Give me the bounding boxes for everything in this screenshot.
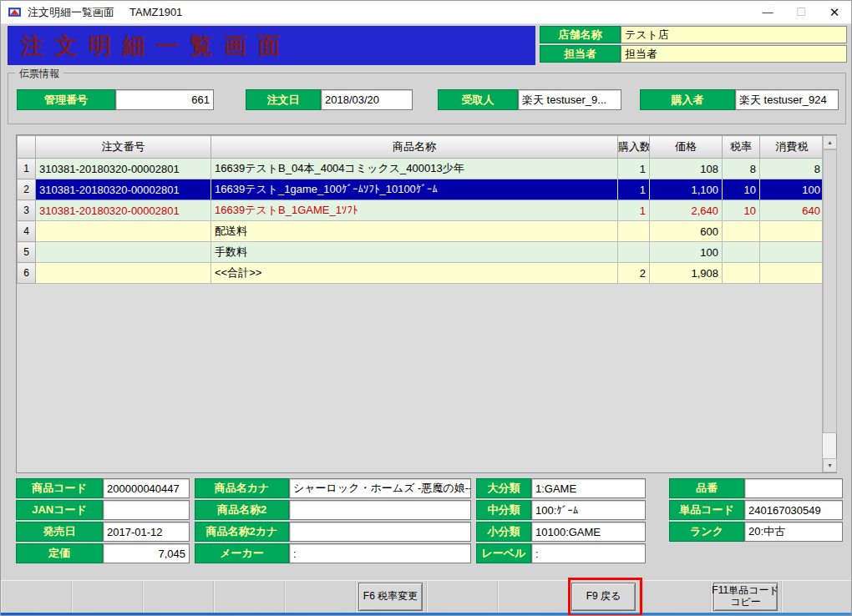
window-title: 注文明細一覧画面 (28, 5, 114, 20)
function-key-bar: F6 税率変更 F9 戻る F11単品コード コピー (1, 580, 852, 614)
category-large-field[interactable]: 1:GAME (531, 478, 646, 498)
cell-item-name: <<合計>> (211, 263, 618, 284)
store-name-field[interactable]: テスト店 (621, 26, 847, 43)
row-number: 1 (18, 159, 36, 179)
grid-row-1[interactable]: 1 310381-20180320-00002801 16639テストB_04本… (18, 159, 824, 179)
grid-header-row: 注文番号 商品名称 購入数 価格 税率 消費税 (18, 136, 824, 159)
col-header-tax-rate: 税率 (723, 136, 760, 159)
col-header-tax: 消費税 (760, 136, 824, 159)
cell-qty: 1 (618, 200, 650, 221)
part-number-field[interactable] (744, 478, 843, 498)
grid-row-3[interactable]: 3 310381-20180320-00002801 16639テストB_1GA… (18, 200, 824, 221)
fkey-slot-2 (72, 581, 143, 614)
cell-qty: 1 (618, 179, 650, 200)
cell-price: 2,640 (650, 200, 723, 221)
name-kana-label: 商品名カナ (195, 478, 289, 498)
header-fields: 店舗名称 テスト店 担当者 担当者 (540, 26, 847, 64)
cell-price: 100 (650, 242, 723, 263)
part-number-label: 品番 (669, 478, 744, 498)
cell-price: 600 (650, 221, 723, 242)
fkey-slot-3 (143, 581, 214, 614)
item-detail-form: 商品コード 200000040447 商品名カナ シャーロック・ホームズ -悪魔… (16, 478, 843, 565)
jan-code-label: JANコード (16, 500, 103, 520)
cell-order-no: 310381-20180320-00002801 (36, 179, 211, 200)
control-number-label: 管理番号 (17, 89, 115, 110)
product-code-field[interactable]: 200000040447 (103, 478, 190, 498)
scrollbar-thumb[interactable] (823, 149, 837, 433)
fkey-slot-6: F6 税率変更 (356, 581, 427, 614)
grid-row-6-total[interactable]: 6 <<合計>> 2 1,908 (18, 263, 824, 284)
maximize-button[interactable]: ☐ (784, 1, 818, 23)
rank-field[interactable]: 20:中古 (744, 522, 843, 542)
fkey-slot-11: F11単品コード コピー (711, 581, 782, 614)
title-bar: 注文明細一覧画面 TAMZ1901 — ☐ ✕ (1, 1, 851, 24)
grid-row-5[interactable]: 5 手数料 100 (18, 242, 824, 263)
category-small-field[interactable]: 10100:GAME (531, 522, 646, 542)
grid-corner-cell (18, 136, 36, 159)
control-number-field[interactable]: 661 (115, 89, 214, 110)
order-detail-grid: 注文番号 商品名称 購入数 価格 税率 消費税 1 310381-2018032… (16, 134, 837, 473)
category-mid-label: 中分類 (476, 500, 531, 520)
detail-row-4: 定価 7,045 メーカー : レーベル : (16, 543, 843, 563)
category-mid-field[interactable]: 100:ｹﾞｰﾑ (531, 500, 646, 520)
close-button[interactable]: ✕ (818, 1, 851, 23)
jan-code-field[interactable] (103, 500, 190, 520)
cell-price: 1,100 (650, 179, 723, 200)
recipient-field[interactable]: 楽天 testuser_9... (518, 89, 621, 110)
cell-tax (760, 263, 824, 284)
row-number: 4 (18, 221, 36, 242)
rank-label: ランク (669, 522, 744, 542)
grid-row-2-selected[interactable]: 2 310381-20180320-00002801 16639テスト_1gam… (18, 179, 824, 200)
window-code: TAMZ1901 (129, 6, 182, 18)
name2-field[interactable] (289, 500, 471, 520)
fkey-slot-7 (427, 581, 498, 614)
purchaser-label: 購入者 (640, 89, 735, 110)
minimize-button[interactable]: — (751, 1, 784, 23)
scroll-up-icon[interactable]: ▲ (823, 135, 837, 149)
f6-tax-rate-change-button[interactable]: F6 税率変更 (358, 583, 423, 611)
list-price-field[interactable]: 7,045 (103, 543, 190, 563)
f9-back-button[interactable]: F9 戻る (571, 583, 636, 611)
fkey-slot-10 (640, 581, 711, 614)
cell-order-no: 310381-20180320-00002801 (36, 200, 211, 221)
cell-item-name: 配送料 (211, 221, 618, 242)
name-kana-field[interactable]: シャーロック・ホームズ -悪魔の娘-- ... (289, 478, 471, 498)
unit-code-label: 単品コード (669, 500, 744, 520)
detail-row-1: 商品コード 200000040447 商品名カナ シャーロック・ホームズ -悪魔… (16, 478, 843, 498)
cell-tax-rate (723, 221, 760, 242)
cell-tax (760, 242, 824, 263)
label-name-field[interactable]: : (531, 543, 646, 563)
staff-field[interactable]: 担当者 (621, 45, 847, 63)
release-date-label: 発売日 (16, 522, 103, 542)
unit-code-field[interactable]: 240167030549 (744, 500, 843, 520)
fkey-slot-5 (285, 581, 356, 614)
grid-row-4[interactable]: 4 配送料 600 (18, 221, 824, 242)
purchaser-field[interactable]: 楽天 testuser_924 (735, 89, 839, 110)
col-header-item-name: 商品名称 (211, 136, 618, 159)
cell-tax: 640 (760, 200, 824, 221)
cell-item-name: 手数料 (211, 242, 618, 263)
screen-banner: 注 文 明 細 一 覧 画 面 (8, 26, 535, 65)
order-date-field[interactable]: 2018/03/20 (321, 89, 413, 110)
cell-qty (618, 242, 650, 263)
release-date-field[interactable]: 2017-01-12 (103, 522, 190, 542)
col-header-qty: 購入数 (618, 136, 650, 159)
f11-label-line2: コピー (730, 597, 761, 608)
cell-tax-rate (723, 242, 760, 263)
cell-item-name: 16639テスト_1game_100ｹﾞｰﾑｿﾌﾄ_10100ｹﾞｰﾑ (211, 179, 618, 200)
cell-item-name: 16639テストB_1GAME_1ｿﾌﾄ (211, 200, 618, 221)
name2-kana-field[interactable] (289, 522, 471, 542)
app-icon (8, 5, 22, 19)
fkey-slot-1 (1, 581, 72, 614)
cell-tax-rate: 8 (723, 159, 760, 179)
f11-unit-code-copy-button[interactable]: F11単品コード コピー (713, 583, 778, 611)
window-controls: — ☐ ✕ (751, 1, 851, 23)
vertical-scrollbar[interactable]: ▲ ▼ (822, 135, 836, 472)
scroll-down-icon[interactable]: ▼ (823, 458, 837, 472)
order-detail-window: 注文明細一覧画面 TAMZ1901 — ☐ ✕ 注 文 明 細 一 覧 画 面 … (0, 0, 852, 616)
cell-qty: 2 (618, 263, 650, 284)
row-number: 5 (18, 242, 36, 263)
category-small-label: 小分類 (476, 522, 531, 542)
maker-field[interactable]: : (289, 543, 471, 563)
cell-order-no (36, 221, 211, 242)
